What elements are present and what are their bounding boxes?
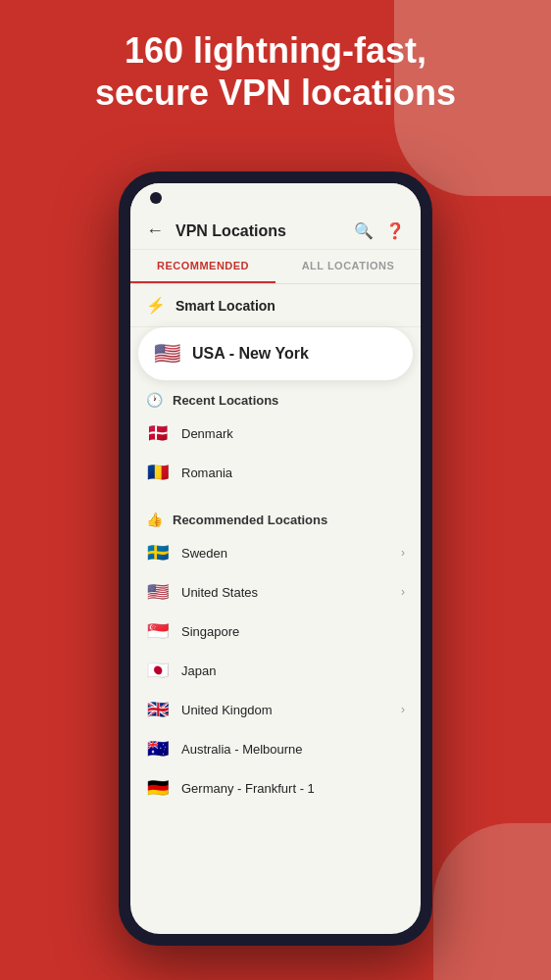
phone-screen: ← VPN Locations 🔍 ❓ RECOMMENDED ALL LOCA… bbox=[130, 183, 421, 934]
promo-line2: secure VPN locations bbox=[95, 73, 456, 113]
japan-flag: 🇯🇵 bbox=[146, 660, 170, 681]
location-row-left: 🇦🇺 Australia - Melbourne bbox=[146, 738, 303, 760]
promo-header: 160 lightning-fast, secure VPN locations bbox=[0, 29, 551, 114]
location-row-left: 🇸🇬 Singapore bbox=[146, 620, 239, 642]
denmark-name: Denmark bbox=[181, 426, 233, 441]
germany-name: Germany - Frankfurt - 1 bbox=[181, 781, 315, 796]
recent-section-title: Recent Locations bbox=[173, 393, 278, 408]
location-row-left: 🇯🇵 Japan bbox=[146, 660, 216, 681]
list-item[interactable]: 🇩🇰 Denmark bbox=[130, 414, 421, 453]
japan-name: Japan bbox=[181, 663, 216, 678]
germany-flag: 🇩🇪 bbox=[146, 777, 170, 799]
background: 160 lightning-fast, secure VPN locations… bbox=[0, 0, 551, 980]
thumb-icon: 👍 bbox=[146, 512, 163, 527]
list-item[interactable]: 🇸🇪 Sweden › bbox=[130, 533, 421, 572]
app-title: VPN Locations bbox=[175, 222, 286, 240]
back-button[interactable]: ← bbox=[146, 220, 164, 241]
list-item[interactable]: 🇷🇴 Romania bbox=[130, 453, 421, 492]
list-item[interactable]: 🇦🇺 Australia - Melbourne bbox=[130, 729, 421, 768]
chevron-right-icon: › bbox=[401, 703, 405, 716]
singapore-name: Singapore bbox=[181, 624, 239, 639]
active-location-flag: 🇺🇸 bbox=[154, 341, 180, 367]
list-item[interactable]: 🇬🇧 United Kingdom › bbox=[130, 690, 421, 729]
denmark-flag: 🇩🇰 bbox=[146, 422, 170, 444]
uk-name: United Kingdom bbox=[181, 703, 273, 717]
list-content: 🕐 Recent Locations 🇩🇰 Denmark 🇷🇴 Romania bbox=[130, 380, 421, 808]
promo-line1: 160 lightning-fast, bbox=[125, 30, 426, 71]
sweden-name: Sweden bbox=[181, 546, 227, 561]
singapore-flag: 🇸🇬 bbox=[146, 620, 170, 642]
clock-icon: 🕐 bbox=[146, 392, 163, 408]
location-row-left: 🇬🇧 United Kingdom bbox=[146, 699, 273, 720]
location-row-left: 🇺🇸 United States bbox=[146, 581, 258, 603]
status-bar bbox=[130, 183, 421, 213]
location-row-left: 🇷🇴 Romania bbox=[146, 462, 232, 483]
bg-decoration-bottom bbox=[433, 823, 551, 980]
list-item[interactable]: 🇯🇵 Japan bbox=[130, 651, 421, 690]
list-item[interactable]: 🇩🇪 Germany - Frankfurt - 1 bbox=[130, 768, 421, 808]
chevron-right-icon: › bbox=[401, 546, 405, 560]
tab-recommended[interactable]: RECOMMENDED bbox=[130, 250, 276, 283]
help-icon[interactable]: ❓ bbox=[385, 221, 405, 240]
app-header-left: ← VPN Locations bbox=[146, 220, 286, 241]
app-header-right: 🔍 ❓ bbox=[354, 221, 405, 240]
smart-location-row[interactable]: ⚡ Smart Location bbox=[130, 284, 421, 327]
location-row-left: 🇩🇰 Denmark bbox=[146, 422, 233, 444]
chevron-right-icon: › bbox=[401, 585, 405, 599]
spacer bbox=[130, 492, 421, 500]
app-header: ← VPN Locations 🔍 ❓ bbox=[130, 213, 421, 250]
romania-name: Romania bbox=[181, 466, 232, 480]
active-location-row[interactable]: 🇺🇸 USA - New York bbox=[138, 327, 413, 380]
recommended-section-title: Recommended Locations bbox=[173, 513, 327, 527]
australia-flag: 🇦🇺 bbox=[146, 738, 170, 760]
sweden-flag: 🇸🇪 bbox=[146, 542, 170, 564]
usa-flag: 🇺🇸 bbox=[146, 581, 170, 603]
search-icon[interactable]: 🔍 bbox=[354, 221, 374, 240]
smart-location-text: Smart Location bbox=[175, 298, 276, 314]
active-location-name: USA - New York bbox=[192, 345, 309, 363]
lightning-icon: ⚡ bbox=[146, 296, 166, 315]
tabs-bar: RECOMMENDED ALL LOCATIONS bbox=[130, 250, 421, 284]
phone-frame: ← VPN Locations 🔍 ❓ RECOMMENDED ALL LOCA… bbox=[119, 172, 432, 946]
uk-flag: 🇬🇧 bbox=[146, 699, 170, 720]
list-item[interactable]: 🇺🇸 United States › bbox=[130, 572, 421, 612]
location-row-left: 🇩🇪 Germany - Frankfurt - 1 bbox=[146, 777, 315, 799]
romania-flag: 🇷🇴 bbox=[146, 462, 170, 483]
camera-dot bbox=[150, 192, 162, 204]
tab-all-locations[interactable]: ALL LOCATIONS bbox=[276, 250, 421, 283]
usa-name: United States bbox=[181, 585, 258, 600]
location-row-left: 🇸🇪 Sweden bbox=[146, 542, 227, 564]
list-item[interactable]: 🇸🇬 Singapore bbox=[130, 612, 421, 651]
recent-section-header: 🕐 Recent Locations bbox=[130, 380, 421, 414]
australia-name: Australia - Melbourne bbox=[181, 742, 303, 757]
recommended-section-header: 👍 Recommended Locations bbox=[130, 500, 421, 533]
